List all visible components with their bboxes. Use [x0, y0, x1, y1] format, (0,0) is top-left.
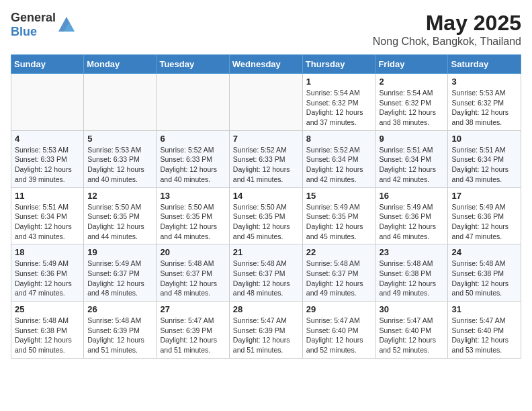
- day-number-20: 20: [160, 247, 225, 257]
- day-number-30: 30: [379, 304, 444, 314]
- day-number-27: 27: [160, 304, 225, 314]
- day-info-25: Sunrise: 5:48 AM Sunset: 6:38 PM Dayligh…: [15, 316, 72, 354]
- weekday-header-wednesday: Wednesday: [229, 55, 302, 74]
- day-cell-18: 18Sunrise: 5:49 AM Sunset: 6:36 PM Dayli…: [11, 244, 84, 302]
- day-cell-12: 12Sunrise: 5:50 AM Sunset: 6:35 PM Dayli…: [84, 187, 157, 244]
- day-cell-27: 27Sunrise: 5:47 AM Sunset: 6:39 PM Dayli…: [157, 302, 229, 359]
- day-info-11: Sunrise: 5:51 AM Sunset: 6:34 PM Dayligh…: [15, 203, 72, 240]
- day-info-14: Sunrise: 5:50 AM Sunset: 6:35 PM Dayligh…: [233, 203, 290, 240]
- day-info-10: Sunrise: 5:51 AM Sunset: 6:34 PM Dayligh…: [451, 146, 508, 183]
- day-cell-21: 21Sunrise: 5:48 AM Sunset: 6:37 PM Dayli…: [229, 244, 302, 302]
- day-number-17: 17: [451, 191, 517, 201]
- empty-cell: [229, 74, 302, 131]
- day-info-22: Sunrise: 5:48 AM Sunset: 6:37 PM Dayligh…: [306, 259, 363, 297]
- day-cell-16: 16Sunrise: 5:49 AM Sunset: 6:36 PM Dayli…: [375, 187, 448, 244]
- day-number-19: 19: [87, 247, 152, 257]
- day-number-26: 26: [87, 304, 152, 314]
- day-info-5: Sunrise: 5:53 AM Sunset: 6:33 PM Dayligh…: [87, 146, 144, 183]
- empty-cell: [84, 74, 157, 131]
- day-cell-29: 29Sunrise: 5:47 AM Sunset: 6:40 PM Dayli…: [302, 302, 375, 359]
- weekday-header-tuesday: Tuesday: [157, 55, 229, 74]
- day-info-9: Sunrise: 5:51 AM Sunset: 6:34 PM Dayligh…: [379, 146, 436, 183]
- day-number-5: 5: [87, 134, 152, 144]
- day-number-16: 16: [379, 191, 444, 201]
- day-cell-28: 28Sunrise: 5:47 AM Sunset: 6:39 PM Dayli…: [229, 302, 302, 359]
- day-cell-15: 15Sunrise: 5:49 AM Sunset: 6:35 PM Dayli…: [302, 187, 375, 244]
- weekday-header-friday: Friday: [375, 55, 448, 74]
- day-info-28: Sunrise: 5:47 AM Sunset: 6:39 PM Dayligh…: [233, 316, 290, 354]
- day-cell-11: 11Sunrise: 5:51 AM Sunset: 6:34 PM Dayli…: [11, 187, 84, 244]
- logo-general: General: [11, 11, 56, 24]
- day-number-22: 22: [306, 247, 372, 257]
- weekday-header-monday: Monday: [84, 55, 157, 74]
- day-number-25: 25: [15, 304, 80, 314]
- day-info-24: Sunrise: 5:48 AM Sunset: 6:38 PM Dayligh…: [451, 259, 508, 297]
- day-number-14: 14: [233, 191, 299, 201]
- day-number-9: 9: [379, 134, 444, 144]
- empty-cell: [11, 74, 84, 131]
- day-info-23: Sunrise: 5:48 AM Sunset: 6:38 PM Dayligh…: [379, 259, 436, 297]
- day-info-1: Sunrise: 5:54 AM Sunset: 6:32 PM Dayligh…: [306, 89, 363, 126]
- day-number-18: 18: [15, 247, 80, 257]
- calendar-table: SundayMondayTuesdayWednesdayThursdayFrid…: [11, 54, 521, 359]
- page-title: May 2025: [373, 11, 521, 36]
- day-info-21: Sunrise: 5:48 AM Sunset: 6:37 PM Dayligh…: [233, 259, 290, 297]
- day-info-27: Sunrise: 5:47 AM Sunset: 6:39 PM Dayligh…: [160, 316, 217, 354]
- day-info-6: Sunrise: 5:52 AM Sunset: 6:33 PM Dayligh…: [160, 146, 217, 183]
- day-number-12: 12: [87, 191, 152, 201]
- day-number-1: 1: [306, 77, 372, 87]
- day-cell-8: 8Sunrise: 5:52 AM Sunset: 6:34 PM Daylig…: [302, 130, 375, 187]
- logo-blue: Blue: [11, 25, 37, 38]
- day-number-4: 4: [15, 134, 80, 144]
- title-block: May 2025 Nong Chok, Bangkok, Thailand: [373, 11, 521, 48]
- day-cell-26: 26Sunrise: 5:48 AM Sunset: 6:39 PM Dayli…: [84, 302, 157, 359]
- day-info-2: Sunrise: 5:54 AM Sunset: 6:32 PM Dayligh…: [379, 89, 436, 126]
- day-info-31: Sunrise: 5:47 AM Sunset: 6:40 PM Dayligh…: [451, 316, 508, 354]
- day-info-15: Sunrise: 5:49 AM Sunset: 6:35 PM Dayligh…: [306, 203, 363, 240]
- day-info-8: Sunrise: 5:52 AM Sunset: 6:34 PM Dayligh…: [306, 146, 363, 183]
- day-number-15: 15: [306, 191, 372, 201]
- day-cell-22: 22Sunrise: 5:48 AM Sunset: 6:37 PM Dayli…: [302, 244, 375, 302]
- day-cell-4: 4Sunrise: 5:53 AM Sunset: 6:33 PM Daylig…: [11, 130, 84, 187]
- day-cell-3: 3Sunrise: 5:53 AM Sunset: 6:32 PM Daylig…: [448, 74, 521, 131]
- page-header: General Blue May 2025 Nong Chok, Bangkok…: [11, 11, 521, 48]
- day-info-13: Sunrise: 5:50 AM Sunset: 6:35 PM Dayligh…: [160, 203, 217, 240]
- day-cell-6: 6Sunrise: 5:52 AM Sunset: 6:33 PM Daylig…: [157, 130, 229, 187]
- empty-cell: [157, 74, 229, 131]
- day-info-17: Sunrise: 5:49 AM Sunset: 6:36 PM Dayligh…: [451, 203, 508, 240]
- day-cell-30: 30Sunrise: 5:47 AM Sunset: 6:40 PM Dayli…: [375, 302, 448, 359]
- weekday-header-sunday: Sunday: [11, 55, 84, 74]
- weekday-header-saturday: Saturday: [448, 55, 521, 74]
- week-row-1: 1Sunrise: 5:54 AM Sunset: 6:32 PM Daylig…: [11, 74, 521, 131]
- day-cell-31: 31Sunrise: 5:47 AM Sunset: 6:40 PM Dayli…: [448, 302, 521, 359]
- day-number-29: 29: [306, 304, 372, 314]
- day-info-16: Sunrise: 5:49 AM Sunset: 6:36 PM Dayligh…: [379, 203, 436, 240]
- day-info-18: Sunrise: 5:49 AM Sunset: 6:36 PM Dayligh…: [15, 259, 72, 297]
- day-info-30: Sunrise: 5:47 AM Sunset: 6:40 PM Dayligh…: [379, 316, 436, 354]
- day-cell-5: 5Sunrise: 5:53 AM Sunset: 6:33 PM Daylig…: [84, 130, 157, 187]
- day-number-24: 24: [451, 247, 517, 257]
- day-cell-13: 13Sunrise: 5:50 AM Sunset: 6:35 PM Dayli…: [157, 187, 229, 244]
- day-number-6: 6: [160, 134, 225, 144]
- day-cell-24: 24Sunrise: 5:48 AM Sunset: 6:38 PM Dayli…: [448, 244, 521, 302]
- weekday-header-thursday: Thursday: [302, 55, 375, 74]
- day-number-11: 11: [15, 191, 80, 201]
- day-number-3: 3: [451, 77, 517, 87]
- day-number-23: 23: [379, 247, 444, 257]
- day-info-19: Sunrise: 5:49 AM Sunset: 6:37 PM Dayligh…: [87, 259, 144, 297]
- day-number-28: 28: [233, 304, 299, 314]
- day-info-29: Sunrise: 5:47 AM Sunset: 6:40 PM Dayligh…: [306, 316, 363, 354]
- weekday-header-row: SundayMondayTuesdayWednesdayThursdayFrid…: [11, 55, 521, 74]
- day-cell-1: 1Sunrise: 5:54 AM Sunset: 6:32 PM Daylig…: [302, 74, 375, 131]
- day-cell-19: 19Sunrise: 5:49 AM Sunset: 6:37 PM Dayli…: [84, 244, 157, 302]
- day-number-13: 13: [160, 191, 225, 201]
- day-cell-7: 7Sunrise: 5:52 AM Sunset: 6:33 PM Daylig…: [229, 130, 302, 187]
- week-row-4: 18Sunrise: 5:49 AM Sunset: 6:36 PM Dayli…: [11, 244, 521, 302]
- week-row-3: 11Sunrise: 5:51 AM Sunset: 6:34 PM Dayli…: [11, 187, 521, 244]
- day-cell-2: 2Sunrise: 5:54 AM Sunset: 6:32 PM Daylig…: [375, 74, 448, 131]
- day-info-12: Sunrise: 5:50 AM Sunset: 6:35 PM Dayligh…: [87, 203, 144, 240]
- day-cell-14: 14Sunrise: 5:50 AM Sunset: 6:35 PM Dayli…: [229, 187, 302, 244]
- week-row-2: 4Sunrise: 5:53 AM Sunset: 6:33 PM Daylig…: [11, 130, 521, 187]
- week-row-5: 25Sunrise: 5:48 AM Sunset: 6:38 PM Dayli…: [11, 302, 521, 359]
- day-info-3: Sunrise: 5:53 AM Sunset: 6:32 PM Dayligh…: [451, 89, 508, 126]
